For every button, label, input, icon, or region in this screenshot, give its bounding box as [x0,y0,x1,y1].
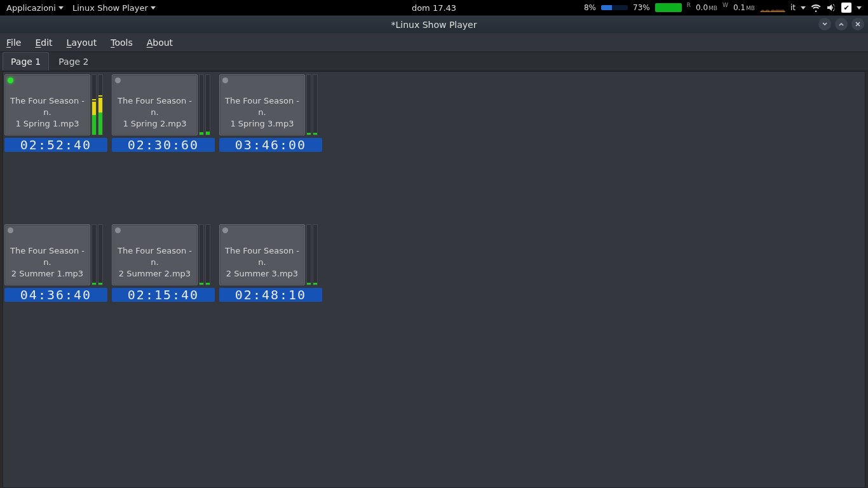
status-dot-idle-icon [222,227,228,233]
cue-block: The Four Season - n. 1 Spring 3.mp3 [219,74,324,135]
window-titlebar: *Linux Show Player [0,15,868,33]
net-spark-icon [760,3,785,12]
focused-app-menu[interactable]: Linux Show Player [72,3,156,13]
cue-time: 02:15:40 [112,288,215,302]
cue-title: The Four Season - n. 1 Spring 2.mp3 [114,95,196,130]
vu-channel [92,224,97,285]
cue-button[interactable]: The Four Season - n. 2 Summer 2.mp3 [112,224,198,285]
tab-page-1[interactable]: Page 1 [3,52,49,71]
applications-menu-label: Applicazioni [6,3,56,13]
cue-group: The Four Season - n. 1 Spring 2.mp302:30… [112,74,217,135]
tab-page-2[interactable]: Page 2 [50,52,97,71]
cue-time: 02:48:10 [219,288,322,302]
vu-channel [313,224,318,285]
applications-menu[interactable]: Applicazioni [6,3,64,13]
vu-channel [205,224,210,285]
cue-title: The Four Season - n. 2 Summer 2.mp3 [114,245,196,280]
net-recv: 0.0 MB [696,3,717,12]
tabbar: Page 1 Page 2 [0,52,868,71]
cue-title: The Four Season - n. 1 Spring 3.mp3 [221,95,303,130]
cue-button[interactable]: The Four Season - n. 1 Spring 2.mp3 [112,74,198,135]
menu-tools[interactable]: Tools [111,37,133,48]
vu-level [313,283,317,285]
dropdown-icon [151,6,156,10]
cue-title: The Four Season - n. 2 Summer 1.mp3 [6,245,88,280]
wifi-icon[interactable] [811,3,821,13]
window-title: *Linux Show Player [391,20,477,30]
vu-meter [92,224,104,285]
cue-time: 03:46:00 [219,138,322,152]
cue-group: The Four Season - n. 2 Summer 2.mp302:15… [112,224,217,285]
vu-peak-icon [92,99,96,100]
updates-icon[interactable]: ✔ [841,3,851,13]
vu-channel [306,74,311,135]
cue-workspace[interactable]: The Four Season - n. 1 Spring 1.mp302:52… [3,71,865,488]
cue-button[interactable]: The Four Season - n. 1 Spring 3.mp3 [219,74,305,135]
dropdown-icon [58,6,64,10]
vu-meter [199,224,212,285]
mem-meter-icon [655,3,682,12]
cue-button[interactable]: The Four Season - n. 1 Spring 1.mp3 [4,74,90,135]
vu-level [98,98,102,135]
dropdown-icon [801,6,806,10]
vu-channel [98,224,103,285]
cue-row: The Four Season - n. 2 Summer 1.mp304:36… [4,224,864,285]
cue-block: The Four Season - n. 1 Spring 2.mp3 [112,74,217,135]
cue-time: 04:36:40 [4,288,107,302]
vu-level [98,283,102,285]
cue-block: The Four Season - n. 2 Summer 1.mp3 [4,224,109,285]
vu-level [206,283,210,285]
menu-file[interactable]: File [6,37,21,48]
net-recv-label: R [687,2,691,8]
maximize-button[interactable] [835,18,848,30]
status-dot-idle-icon [115,227,121,233]
vu-level [313,133,317,135]
cpu-percent: 8% [584,3,596,12]
vu-channel [313,74,318,135]
vu-peak-icon [98,95,102,97]
vu-meter [306,224,319,285]
menu-about[interactable]: About [147,37,173,48]
menu-layout[interactable]: Layout [67,37,97,48]
cue-group: The Four Season - n. 1 Spring 3.mp303:46… [219,74,324,135]
vu-level [92,102,96,135]
menubar: File Edit Layout Tools About [0,33,868,52]
dropdown-icon [857,6,862,10]
vu-level [92,283,96,285]
focused-app-label: Linux Show Player [72,3,148,13]
vu-level [307,133,311,135]
cue-row: The Four Season - n. 1 Spring 1.mp302:52… [4,74,864,135]
keyboard-layout[interactable]: it [790,3,796,12]
top-panel: Applicazioni Linux Show Player dom 17.43… [0,0,868,15]
cue-block: The Four Season - n. 1 Spring 1.mp3 [4,74,109,135]
net-send: 0.1 MB [733,3,755,12]
vu-channel [199,74,204,135]
vu-channel [205,74,210,135]
menu-edit[interactable]: Edit [35,37,52,48]
cue-title: The Four Season - n. 1 Spring 1.mp3 [6,95,88,130]
cpu-meter-icon [601,5,628,10]
vu-channel [92,74,97,135]
panel-clock[interactable]: dom 17.43 [412,3,456,13]
vu-level [307,283,311,285]
cue-group: The Four Season - n. 1 Spring 1.mp302:52… [4,74,109,135]
vu-meter [199,74,212,135]
vu-meter [92,74,104,135]
close-button[interactable] [851,18,864,30]
cue-title: The Four Season - n. 2 Summer 3.mp3 [221,245,303,280]
minimize-button[interactable] [818,18,831,30]
status-dot-idle-icon [222,78,228,83]
mem-percent: 73% [633,3,650,12]
net-send-label: W [722,2,728,8]
volume-icon[interactable] [826,3,836,13]
status-dot-idle-icon [115,78,121,83]
cue-group: The Four Season - n. 2 Summer 3.mp302:48… [219,224,324,285]
cue-button[interactable]: The Four Season - n. 2 Summer 1.mp3 [4,224,90,285]
cue-group: The Four Season - n. 2 Summer 1.mp304:36… [4,224,109,285]
status-dot-playing-icon [8,78,13,83]
vu-channel [98,74,103,135]
cue-button[interactable]: The Four Season - n. 2 Summer 3.mp3 [219,224,305,285]
vu-channel [199,224,204,285]
cue-block: The Four Season - n. 2 Summer 2.mp3 [112,224,217,285]
cue-block: The Four Season - n. 2 Summer 3.mp3 [219,224,324,285]
